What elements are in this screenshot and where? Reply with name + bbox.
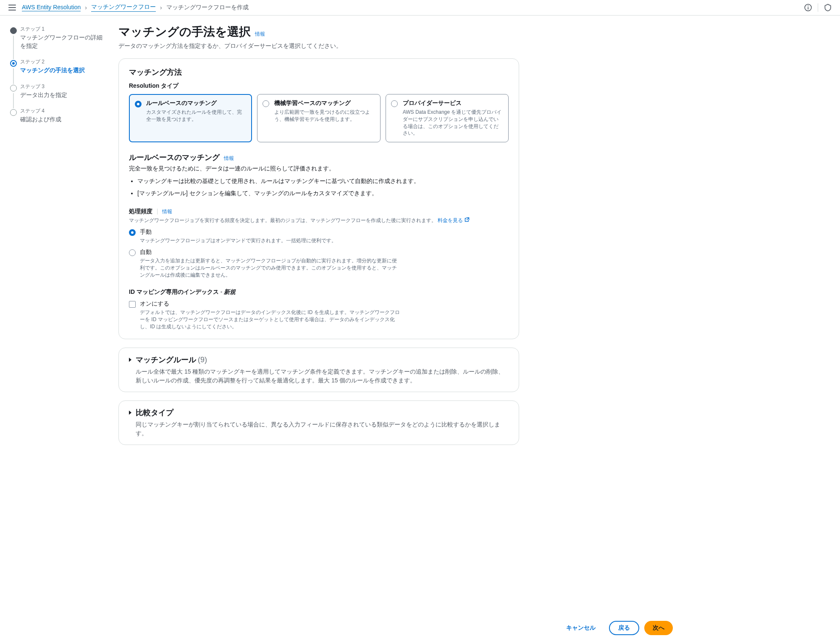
divider [818,3,818,12]
page-title: マッチングの手法を選択 [118,25,251,38]
panel-title: マッチング方法 [129,67,509,77]
resolution-type-label: Resolution タイプ [129,82,509,90]
breadcrumb-current: マッチングワークフローを作成 [166,4,249,11]
step-dot-icon [10,60,17,67]
rule-title: ルールベースのマッチング [129,153,220,162]
svg-rect-1 [808,7,808,10]
caret-right-icon [129,358,131,362]
settings-icon[interactable] [824,4,832,11]
cadence-field: 処理頻度 | 情報 マッチングワークフロージョブを実行する頻度を決定します。最初… [129,208,509,278]
compare-type-panel: 比較タイプ 同じマッチングキーが割り当てられている場合に、異なる入力フィールドに… [118,400,519,445]
tile-provider[interactable]: プロバイダーサービス AWS Data Exchange を通じて優先プロバイダ… [386,94,509,142]
page-description: データのマッチング方法を指定するか、プロバイダーサービスを選択してください。 [118,42,519,50]
info-link[interactable]: 情報 [255,31,265,37]
wizard-step-1[interactable]: ステップ 1 マッチングワークフローの詳細を指定 [10,26,107,58]
info-link[interactable]: 情報 [224,155,234,161]
caret-right-icon [129,411,131,415]
wizard-step-4: ステップ 4 確認および作成 [10,107,107,124]
pricing-link[interactable]: 料金を見る [438,217,469,223]
breadcrumb-mid[interactable]: マッチングワークフロー [91,3,156,12]
cadence-manual[interactable]: 手動 マッチングワークフロージョブはオンデマンドで実行されます。一括処理に便利で… [129,228,509,244]
topbar: AWS Entity Resolution › マッチングワークフロー › マッ… [0,0,840,16]
step-dot-icon [10,109,17,116]
cadence-help: マッチングワークフロージョブを実行する頻度を決定します。最初のジョブは、マッチン… [129,217,509,224]
chevron-right-icon: › [160,4,162,11]
main-content: マッチングの手法を選択 情報 データのマッチング方法を指定するか、プロバイダーサ… [118,24,519,445]
wizard-step-3: ステップ 3 データ出力を指定 [10,83,107,108]
external-link-icon [465,217,470,223]
radio-icon [135,101,142,107]
step-dot-icon [10,27,17,34]
expand-toggle-compare[interactable]: 比較タイプ [129,408,509,418]
resolution-tiles: ルールベースのマッチング カスタマイズされたルールを使用して、完全一致を見つけま… [129,94,509,142]
wizard-steps: ステップ 1 マッチングワークフローの詳細を指定 ステップ 2 マッチングの手法… [10,24,107,445]
svg-point-2 [808,5,808,6]
idmap-checkbox[interactable]: オンにする デフォルトでは、マッチングワークフローはデータのインデックス化後に … [129,300,509,330]
radio-icon [129,249,136,256]
matching-method-panel: マッチング方法 Resolution タイプ ルールベースのマッチング カスタマ… [118,58,519,339]
hamburger-icon[interactable] [8,5,16,10]
info-link[interactable]: 情報 [162,209,172,215]
rule-bullets: マッチングキーは比較の基礎として使用され、ルールはマッチングキーに基づいて自動的… [137,177,509,198]
radio-icon [129,229,136,236]
info-icon[interactable] [804,4,812,11]
breadcrumb: AWS Entity Resolution › マッチングワークフロー › マッ… [22,3,249,12]
breadcrumb-root[interactable]: AWS Entity Resolution [22,4,81,11]
chevron-right-icon: › [85,4,87,11]
tile-rule-based[interactable]: ルールベースのマッチング カスタマイズされたルールを使用して、完全一致を見つけま… [129,94,252,142]
cadence-auto[interactable]: 自動 データ入力を追加または更新すると、マッチングワークフロージョブが自動的に実… [129,249,509,278]
idmap-field: ID マッピング専用のインデックス - 新規 オンにする デフォルトでは、マッチ… [129,288,509,330]
radio-icon [391,100,398,107]
wizard-step-2[interactable]: ステップ 2 マッチングの手法を選択 [10,58,107,83]
expand-toggle-rules[interactable]: マッチングルール (9) [129,355,509,365]
matching-rules-panel: マッチングルール (9) ルール全体で最大 15 種類のマッチングキーを適用して… [118,348,519,392]
new-badge: 新規 [224,288,236,295]
cadence-label: 処理頻度 [129,208,152,215]
rule-based-section: ルールベースのマッチング 情報 完全一致を見つけるために、データは一連のルールに… [129,152,509,198]
rule-desc: 完全一致を見つけるために、データは一連のルールに照らして評価されます。 [129,165,509,173]
checkbox-icon [129,301,136,308]
idmap-label: ID マッピング専用のインデックス [129,288,219,295]
step-dot-icon [10,85,17,92]
tile-ml-based[interactable]: 機械学習ベースのマッチング より広範囲で一致を見つけるのに役立つよう、機械学習モ… [257,94,380,142]
